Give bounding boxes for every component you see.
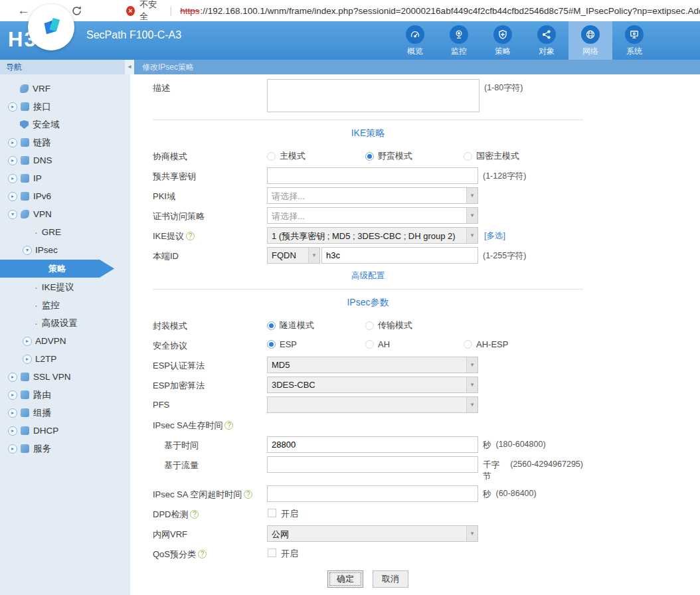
radio-option-隧道模式[interactable]: 隧道模式 <box>267 317 365 331</box>
advanced-config-link[interactable]: 高级配置 <box>351 271 385 280</box>
dropdown-arrow-icon[interactable]: ▾ <box>466 228 478 243</box>
top-nav-item-网络[interactable]: 网络 <box>569 21 612 60</box>
cert-access-policy-select[interactable]: 请选择...▾ <box>267 207 478 224</box>
url-text[interactable]: https://192.168.100.1/wnm/frame/index.ph… <box>180 6 700 16</box>
time-based-lifetime-input[interactable] <box>267 436 478 453</box>
local-id-type-select[interactable]: FQDN▾ <box>267 247 320 264</box>
radio-option-ESP[interactable]: ESP <box>267 337 365 349</box>
esp-encryption-algorithm-select[interactable]: 3DES-CBC▾ <box>267 377 478 393</box>
dropdown-arrow-icon[interactable]: ▾ <box>308 248 319 263</box>
esp-auth-algorithm-select[interactable]: MD5▾ <box>267 357 478 373</box>
help-icon[interactable]: ? <box>190 510 199 519</box>
sidebar-item-IPsec[interactable]: ▾IPsec <box>0 241 130 259</box>
radio-unselected-icon[interactable] <box>365 340 374 349</box>
sidebar-item-监控[interactable]: ·监控 <box>0 296 130 314</box>
dropdown-arrow-icon[interactable]: ▾ <box>466 377 478 392</box>
sidebar-item-VRF[interactable]: VRF <box>0 80 130 98</box>
sidebar-item-组播[interactable]: ▸组播 <box>0 404 130 422</box>
dropdown-arrow-icon[interactable]: ▾ <box>466 397 478 412</box>
sidebar-item-路由[interactable]: ▸路由 <box>0 386 130 404</box>
chevron-down-icon[interactable]: ▾ <box>8 210 17 219</box>
field-label: PKI域 <box>153 187 267 203</box>
sidebar-item-SSL VPN[interactable]: ▸SSL VPN <box>0 368 130 386</box>
sidebar-item-L2TP[interactable]: ▸L2TP <box>0 350 130 368</box>
pki-domain-select[interactable]: 请选择...▾ <box>267 187 478 204</box>
chevron-right-icon[interactable]: ▸ <box>8 174 17 183</box>
top-nav-item-对象[interactable]: 对象 <box>525 21 569 60</box>
sidebar-collapse-icon[interactable]: ◄ <box>125 60 134 74</box>
chevron-right-icon[interactable]: ▸ <box>8 373 17 382</box>
chevron-right-icon[interactable]: ▸ <box>8 192 17 201</box>
top-nav-item-监控[interactable]: 监控 <box>437 21 481 60</box>
chevron-right-icon[interactable]: ▸ <box>8 156 17 165</box>
sidebar-item-策略-selected[interactable]: 策略 <box>0 260 114 278</box>
chevron-right-icon[interactable]: ▸ <box>8 138 17 147</box>
sidebar-item-高级设置[interactable]: ·高级设置 <box>0 314 130 332</box>
help-icon[interactable]: ? <box>198 550 207 558</box>
sidebar-item-IKE提议[interactable]: ·IKE提议 <box>0 278 130 296</box>
not-secure-icon[interactable]: × <box>126 6 135 16</box>
sidebar-item-VPN[interactable]: ▾VPN <box>0 205 130 223</box>
dropdown-arrow-icon[interactable]: ▾ <box>466 208 478 223</box>
dropdown-arrow-icon[interactable]: ▾ <box>466 526 478 541</box>
radio-option-传输模式[interactable]: 传输模式 <box>365 317 464 331</box>
dropdown-arrow-icon[interactable]: ▾ <box>466 188 478 203</box>
chevron-down-icon[interactable]: ▾ <box>23 246 32 255</box>
description-textarea[interactable] <box>267 79 480 112</box>
radio-option-主模式[interactable]: 主模式 <box>267 147 365 162</box>
ok-button[interactable]: 确定 <box>327 570 363 588</box>
radio-option-野蛮模式[interactable]: 野蛮模式 <box>365 147 464 162</box>
multi-select-link[interactable]: [多选] <box>484 227 505 242</box>
ike-proposal-select[interactable]: 1 (预共享密钥 ; MD5 ; 3DES-CBC ; DH group 2)▾ <box>267 227 478 244</box>
help-icon[interactable]: ? <box>244 490 252 499</box>
sidebar-item-DHCP[interactable]: ▸DHCP <box>0 422 130 440</box>
internal-vrf-select[interactable]: 公网▾ <box>267 525 478 542</box>
help-icon[interactable]: ? <box>224 421 233 430</box>
radio-option-AH-ESP[interactable]: AH-ESP <box>464 337 562 349</box>
local-id-input[interactable] <box>321 247 478 264</box>
checkbox-label: 开启 <box>281 505 298 520</box>
radio-selected-icon[interactable] <box>365 152 374 161</box>
pre-shared-key-input[interactable] <box>267 167 478 184</box>
sidebar-item-ADVPN[interactable]: ▸ADVPN <box>0 332 130 350</box>
radio-unselected-icon[interactable] <box>365 321 374 330</box>
sidebar-item-接口[interactable]: ▸接口 <box>0 98 130 116</box>
remote-app-badge-icon[interactable] <box>28 4 74 50</box>
browser-back-icon[interactable]: ← <box>17 3 30 18</box>
radio-option-AH[interactable]: AH <box>365 337 464 349</box>
dpd-enable-checkbox[interactable] <box>268 509 276 517</box>
radio-unselected-icon[interactable] <box>464 340 472 349</box>
chevron-right-icon[interactable]: ▸ <box>8 426 17 436</box>
radio-selected-icon[interactable] <box>267 321 276 330</box>
chevron-right-icon[interactable]: ▸ <box>8 444 17 454</box>
sidebar-item-服务[interactable]: ▸服务 <box>0 440 130 458</box>
browser-reload-icon[interactable] <box>71 5 82 17</box>
radio-unselected-icon[interactable] <box>464 152 472 161</box>
radio-unselected-icon[interactable] <box>267 152 276 161</box>
chevron-right-icon[interactable]: ▸ <box>23 337 32 346</box>
help-icon[interactable]: ? <box>186 232 195 240</box>
chevron-right-icon[interactable]: ▸ <box>8 408 17 418</box>
top-nav-item-策略[interactable]: 策略 <box>481 21 525 60</box>
sidebar-item-安全域[interactable]: 安全域 <box>0 116 130 133</box>
sidebar-item-DNS[interactable]: ▸DNS <box>0 151 130 169</box>
qos-preclassify-checkbox[interactable] <box>268 549 276 557</box>
chevron-right-icon[interactable]: ▸ <box>8 102 17 112</box>
field-control: FQDN▾ <box>267 247 478 264</box>
top-nav-item-概览[interactable]: 概览 <box>393 21 437 60</box>
sidebar-item-IPv6[interactable]: ▸IPv6 <box>0 187 130 205</box>
chevron-right-icon[interactable]: ▸ <box>23 355 32 364</box>
chevron-right-icon[interactable]: ▸ <box>8 390 17 400</box>
dropdown-arrow-icon[interactable]: ▾ <box>466 357 478 373</box>
sidebar-item-IP[interactable]: ▸IP <box>0 169 130 187</box>
sidebar-item-GRE[interactable]: ·GRE <box>0 223 130 241</box>
cancel-button[interactable]: 取消 <box>373 570 408 588</box>
sidebar-item-链路[interactable]: ▸链路 <box>0 133 130 151</box>
radio-selected-icon[interactable] <box>267 340 276 349</box>
top-nav-item-系统[interactable]: 系统 <box>612 21 656 60</box>
pfs-select[interactable]: ▾ <box>267 396 478 413</box>
sa-idle-timeout-input[interactable] <box>267 485 478 502</box>
radio-option-label: 野蛮模式 <box>378 150 412 162</box>
traffic-based-lifetime-input[interactable] <box>267 456 478 473</box>
radio-option-国密主模式[interactable]: 国密主模式 <box>464 147 562 162</box>
